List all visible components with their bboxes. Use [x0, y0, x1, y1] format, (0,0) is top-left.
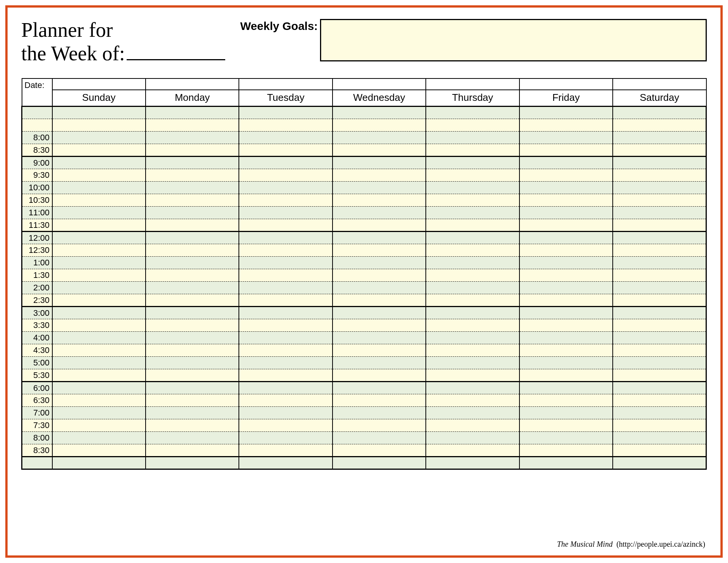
- planner-slot[interactable]: [239, 107, 332, 119]
- planner-slot[interactable]: [519, 382, 613, 394]
- planner-slot[interactable]: [519, 244, 613, 257]
- planner-slot[interactable]: [426, 432, 519, 444]
- planner-slot[interactable]: [519, 444, 613, 457]
- planner-slot[interactable]: [146, 407, 239, 419]
- planner-slot[interactable]: [52, 332, 146, 344]
- planner-slot[interactable]: [239, 194, 332, 207]
- planner-slot[interactable]: [519, 157, 613, 169]
- planner-slot[interactable]: [239, 269, 332, 282]
- planner-slot[interactable]: [52, 269, 146, 282]
- planner-slot[interactable]: [146, 182, 239, 194]
- planner-slot[interactable]: [519, 407, 613, 419]
- week-of-blank[interactable]: [127, 42, 225, 61]
- planner-slot[interactable]: [146, 269, 239, 282]
- planner-slot[interactable]: [52, 419, 146, 432]
- planner-slot[interactable]: [519, 144, 613, 157]
- planner-slot[interactable]: [239, 169, 332, 182]
- planner-slot[interactable]: [239, 394, 332, 407]
- planner-slot[interactable]: [52, 444, 146, 457]
- planner-slot[interactable]: [519, 369, 613, 382]
- planner-slot[interactable]: [613, 244, 706, 257]
- planner-slot[interactable]: [52, 282, 146, 294]
- planner-slot[interactable]: [519, 307, 613, 319]
- planner-slot[interactable]: [519, 169, 613, 182]
- planner-slot[interactable]: [333, 294, 426, 307]
- planner-slot[interactable]: [519, 319, 613, 332]
- planner-slot[interactable]: [52, 107, 146, 119]
- planner-slot[interactable]: [52, 207, 146, 219]
- planner-slot[interactable]: [426, 182, 519, 194]
- planner-slot[interactable]: [333, 119, 426, 132]
- planner-slot[interactable]: [613, 369, 706, 382]
- planner-slot[interactable]: [613, 232, 706, 244]
- planner-slot[interactable]: [333, 419, 426, 432]
- planner-slot[interactable]: [333, 382, 426, 394]
- planner-slot[interactable]: [613, 194, 706, 207]
- planner-slot[interactable]: [613, 169, 706, 182]
- planner-slot[interactable]: [239, 244, 332, 257]
- planner-slot[interactable]: [426, 219, 519, 232]
- planner-slot[interactable]: [239, 294, 332, 307]
- planner-slot[interactable]: [333, 332, 426, 344]
- planner-slot[interactable]: [239, 357, 332, 369]
- planner-slot[interactable]: [146, 207, 239, 219]
- planner-slot[interactable]: [239, 182, 332, 194]
- planner-slot[interactable]: [239, 132, 332, 144]
- planner-slot[interactable]: [239, 307, 332, 319]
- planner-slot[interactable]: [426, 407, 519, 419]
- planner-slot[interactable]: [333, 219, 426, 232]
- planner-slot[interactable]: [52, 382, 146, 394]
- planner-slot[interactable]: [613, 257, 706, 269]
- planner-slot[interactable]: [239, 382, 332, 394]
- planner-slot[interactable]: [333, 307, 426, 319]
- planner-slot[interactable]: [613, 207, 706, 219]
- planner-slot[interactable]: [52, 394, 146, 407]
- planner-slot[interactable]: [613, 182, 706, 194]
- planner-slot[interactable]: [52, 157, 146, 169]
- planner-slot[interactable]: [613, 419, 706, 432]
- planner-slot[interactable]: [239, 344, 332, 357]
- planner-slot[interactable]: [426, 132, 519, 144]
- planner-slot[interactable]: [519, 119, 613, 132]
- planner-slot[interactable]: [333, 282, 426, 294]
- planner-slot[interactable]: [333, 269, 426, 282]
- planner-slot[interactable]: [239, 407, 332, 419]
- planner-slot[interactable]: [239, 232, 332, 244]
- planner-slot[interactable]: [333, 207, 426, 219]
- planner-slot[interactable]: [426, 294, 519, 307]
- planner-slot[interactable]: [52, 169, 146, 182]
- planner-slot[interactable]: [146, 344, 239, 357]
- planner-slot[interactable]: [146, 394, 239, 407]
- planner-slot[interactable]: [333, 407, 426, 419]
- planner-slot[interactable]: [426, 394, 519, 407]
- planner-slot[interactable]: [519, 332, 613, 344]
- planner-slot[interactable]: [519, 344, 613, 357]
- planner-slot[interactable]: [146, 119, 239, 132]
- planner-slot[interactable]: [52, 407, 146, 419]
- planner-slot[interactable]: [426, 157, 519, 169]
- planner-slot[interactable]: [613, 294, 706, 307]
- planner-slot[interactable]: [426, 232, 519, 244]
- goals-input-box[interactable]: [320, 19, 707, 61]
- planner-slot[interactable]: [426, 369, 519, 382]
- planner-slot[interactable]: [613, 444, 706, 457]
- planner-slot[interactable]: [52, 294, 146, 307]
- planner-slot[interactable]: [613, 382, 706, 394]
- planner-slot[interactable]: [426, 319, 519, 332]
- planner-slot[interactable]: [613, 107, 706, 119]
- planner-slot[interactable]: [426, 119, 519, 132]
- planner-slot[interactable]: [519, 357, 613, 369]
- planner-slot[interactable]: [613, 344, 706, 357]
- planner-slot[interactable]: [613, 219, 706, 232]
- planner-slot[interactable]: [613, 144, 706, 157]
- planner-slot[interactable]: [52, 307, 146, 319]
- planner-slot[interactable]: [519, 132, 613, 144]
- planner-slot[interactable]: [333, 194, 426, 207]
- planner-slot[interactable]: [333, 144, 426, 157]
- planner-slot[interactable]: [519, 107, 613, 119]
- planner-slot[interactable]: [426, 332, 519, 344]
- planner-slot[interactable]: [52, 144, 146, 157]
- planner-slot[interactable]: [613, 457, 706, 469]
- planner-slot[interactable]: [239, 444, 332, 457]
- planner-slot[interactable]: [519, 232, 613, 244]
